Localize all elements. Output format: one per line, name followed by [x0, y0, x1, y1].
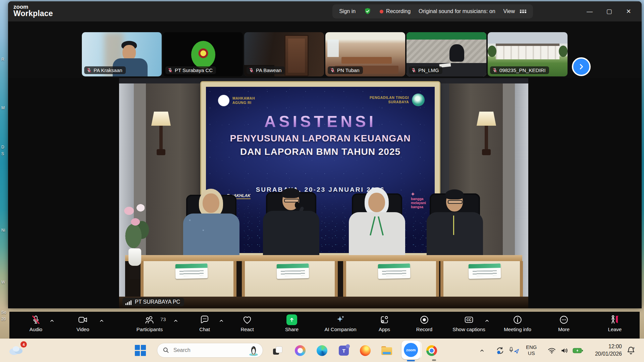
desk-module	[242, 261, 338, 297]
logo-disc	[412, 94, 425, 106]
apps-button[interactable]: Apps	[363, 314, 406, 332]
next-page-button[interactable]	[572, 57, 591, 76]
ai-sparkle-icon	[335, 314, 346, 326]
sync-status-icon[interactable]	[494, 345, 506, 356]
folder-icon	[381, 346, 392, 355]
battery-icon[interactable]	[572, 345, 584, 356]
close-button[interactable]: ✕	[619, 1, 638, 21]
video-thumbnail-strip: PA Kraksaan PT Surabaya CC PA Bawean	[8, 21, 642, 78]
muted-mic-icon	[87, 68, 92, 73]
camera-icon	[78, 314, 88, 326]
participant-name-label: 098235_PN_KEDIRI	[490, 66, 549, 74]
taskbar-clock[interactable]: 12:00 20/01/2026	[595, 343, 622, 357]
participant-name-label: PN Tuban	[328, 66, 363, 74]
widgets-weather-button[interactable]: 4	[7, 343, 26, 358]
captions-options-chevron[interactable]	[483, 317, 491, 324]
slide-subtitle-2: DAN LAPORAN BMN TAHUN 2025	[206, 146, 435, 157]
participant-name-label: PA Bawean	[247, 66, 285, 74]
maximize-button[interactable]: ▢	[599, 1, 619, 21]
muted-mic-icon	[411, 68, 416, 73]
logo-disc	[218, 95, 229, 106]
recording-dot-icon	[380, 10, 383, 13]
notification-bell-dnd-icon[interactable]: z	[625, 345, 637, 356]
window-controls: — ▢ ✕	[580, 1, 638, 21]
participant-tile[interactable]: PA Kraksaan	[82, 32, 162, 76]
original-sound-status[interactable]: Original sound for musicians: on	[419, 8, 495, 14]
zoom-app-button-active[interactable]: zoom	[401, 341, 420, 359]
view-button[interactable]: View	[503, 8, 526, 14]
screen: R M D S Ni W So 20 zoom Workplace Sign i…	[0, 0, 644, 362]
audio-options-chevron[interactable]	[48, 317, 56, 324]
muted-mic-icon	[330, 68, 335, 73]
copilot-button[interactable]	[294, 345, 306, 356]
participant-name-label: PA Kraksaan	[84, 66, 126, 74]
minimize-button[interactable]: —	[580, 1, 599, 21]
green-banner	[407, 32, 486, 40]
sign-in-button[interactable]: Sign in	[339, 8, 356, 14]
privacy-mic-location-icon[interactable]	[508, 345, 520, 356]
participant-tile[interactable]: PT Surabaya CC	[163, 32, 243, 76]
edge-icon	[317, 345, 327, 356]
desk-module	[343, 261, 439, 297]
firefox-button[interactable]	[360, 345, 371, 356]
volume-icon[interactable]	[559, 345, 570, 356]
windows-taskbar: 4 T	[0, 339, 644, 362]
chat-options-chevron[interactable]	[218, 317, 225, 324]
apps-icon	[379, 314, 389, 326]
leave-button[interactable]: Leave	[593, 314, 637, 332]
meeting-info-button[interactable]: Meeting info	[496, 314, 539, 332]
court-logo	[191, 41, 215, 68]
active-speaker-video[interactable]: MAHKAMAHAGUNG RI PENGADILAN TINGGISURABA…	[119, 78, 528, 308]
share-screen-icon	[286, 314, 297, 325]
chevron-right-icon	[578, 63, 585, 70]
time: 12:00	[608, 344, 622, 349]
muted-mic-icon	[492, 68, 497, 73]
bench	[341, 57, 392, 64]
participants-icon	[145, 314, 155, 326]
taskbar-search[interactable]	[157, 343, 263, 358]
participants-count: 73	[160, 316, 166, 322]
tray-overflow-chevron[interactable]	[476, 345, 488, 356]
participant-name-label: PN_LMG	[409, 66, 442, 74]
file-explorer-button[interactable]	[381, 345, 392, 356]
task-view-button[interactable]	[272, 345, 283, 356]
signal-bars-icon	[125, 299, 132, 305]
ai-companion-button[interactable]: AI Companion	[319, 314, 362, 332]
record-icon	[419, 314, 429, 326]
participant-tile[interactable]: 098235_PN_KEDIRI	[488, 32, 568, 76]
person-silhouette	[449, 44, 464, 62]
wifi-icon[interactable]	[546, 345, 557, 356]
security-shield-icon[interactable]	[364, 7, 372, 15]
bright-window	[327, 40, 339, 57]
language-indicator[interactable]: ENGUS	[526, 344, 537, 356]
participant-tile[interactable]: PN_LMG	[407, 32, 486, 76]
slide-subtitle-1: PENYUSUNAN LAPORAN KEUANGAN	[206, 133, 435, 144]
zoom-running-indicator	[407, 360, 415, 361]
firefox-icon	[360, 345, 371, 356]
edge-button[interactable]	[316, 345, 328, 356]
more-button[interactable]: More	[542, 314, 586, 332]
wall-lamp	[151, 112, 171, 162]
start-button[interactable]	[135, 345, 146, 356]
video-options-chevron[interactable]	[98, 317, 105, 324]
muted-mic-icon	[168, 68, 173, 73]
search-input[interactable]	[173, 347, 241, 354]
svg-text:z: z	[633, 347, 634, 350]
participant-tile[interactable]: PA Bawean	[244, 32, 324, 76]
record-button[interactable]: Record	[402, 314, 446, 332]
chrome-button[interactable]	[426, 345, 437, 356]
teams-button[interactable]: T	[338, 345, 350, 356]
notification-badge: 4	[20, 341, 27, 348]
search-icon	[163, 347, 169, 354]
main-video-stage: MAHKAMAHAGUNG RI PENGADILAN TINGGISURABA…	[8, 78, 642, 308]
muted-mic-icon	[249, 68, 254, 73]
react-button[interactable]: React	[225, 314, 269, 332]
participants-options-chevron[interactable]	[172, 317, 179, 324]
name-card	[469, 263, 501, 279]
window-titlebar[interactable]: zoom Workplace Sign in Recording Origina…	[8, 1, 642, 21]
leave-door-icon	[609, 314, 620, 326]
zoom-window: zoom Workplace Sign in Recording Origina…	[8, 1, 642, 308]
participant-tile[interactable]: PN Tuban	[325, 32, 405, 76]
name-card	[277, 263, 309, 279]
share-button[interactable]: Share	[270, 314, 314, 332]
